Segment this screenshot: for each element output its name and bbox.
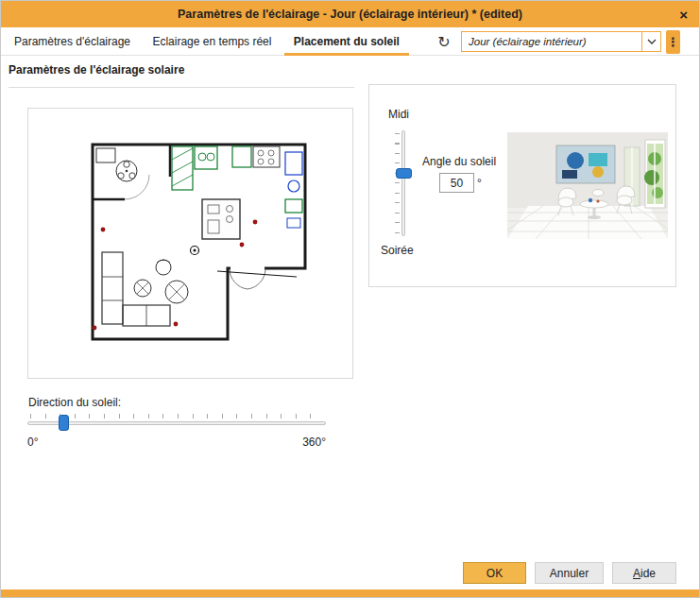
direction-slider-ticks: [30, 414, 324, 419]
floor-plan-panel: [27, 108, 353, 379]
direction-slider-handle[interactable]: [59, 415, 69, 431]
direction-slider[interactable]: [27, 411, 326, 432]
direction-range-labels: 0° 360°: [27, 436, 326, 449]
angle-slider-handle[interactable]: [396, 168, 412, 179]
preset-dropdown-value: Jour (éclairage intérieur): [462, 36, 641, 47]
lighting-settings-dialog: Paramètres de l'éclairage - Jour (éclair…: [0, 0, 700, 598]
ok-button[interactable]: OK: [463, 562, 526, 584]
render-preview: [507, 132, 668, 239]
close-icon[interactable]: ×: [679, 1, 688, 27]
angle-slider[interactable]: [392, 130, 414, 236]
angle-slider-ticks: [395, 133, 400, 233]
sun-angle-panel: Midi Soirée Angle du soleil °: [368, 84, 676, 287]
direction-slider-track[interactable]: [27, 421, 326, 425]
dialog-title: Paramètres de l'éclairage - Jour (éclair…: [178, 8, 522, 21]
cancel-button[interactable]: Annuler: [535, 562, 604, 584]
titlebar: Paramètres de l'éclairage - Jour (éclair…: [1, 1, 699, 27]
degree-unit-label: °: [477, 177, 482, 190]
floor-plan-image: [28, 109, 352, 378]
tab-parametres-eclairage[interactable]: Paramètres d'éclairage: [5, 27, 140, 56]
angle-input-row: °: [439, 173, 482, 193]
help-button[interactable]: Aide: [612, 562, 676, 584]
preset-dropdown[interactable]: Jour (éclairage intérieur): [461, 31, 661, 52]
midi-label: Midi: [388, 108, 409, 121]
chevron-down-icon: [641, 32, 660, 51]
direction-min-label: 0°: [27, 436, 38, 449]
soiree-label: Soirée: [381, 244, 414, 257]
bottom-accent-bar: [1, 589, 699, 597]
angle-slider-track[interactable]: [401, 130, 405, 236]
footer-buttons: OK Annuler Aide: [463, 562, 676, 584]
refresh-icon: ↻: [437, 33, 450, 51]
refresh-button[interactable]: ↻: [433, 30, 455, 53]
solar-section-header: Paramètres de l'éclairage solaire: [9, 63, 354, 88]
direction-label: Direction du soleil:: [28, 396, 121, 409]
menu-button[interactable]: ⋮: [666, 30, 680, 54]
render-preview-image: [507, 132, 668, 239]
tab-eclairage-temps-reel[interactable]: Eclairage en temps réel: [143, 27, 281, 56]
kebab-menu-icon: ⋮: [667, 35, 679, 49]
solar-section-title: Paramètres de l'éclairage solaire: [9, 63, 184, 77]
tab-placement-du-soleil[interactable]: Placement du soleil: [284, 27, 409, 56]
direction-max-label: 360°: [302, 436, 326, 449]
angle-input[interactable]: [439, 173, 474, 193]
angle-label: Angle du soleil: [422, 155, 496, 168]
